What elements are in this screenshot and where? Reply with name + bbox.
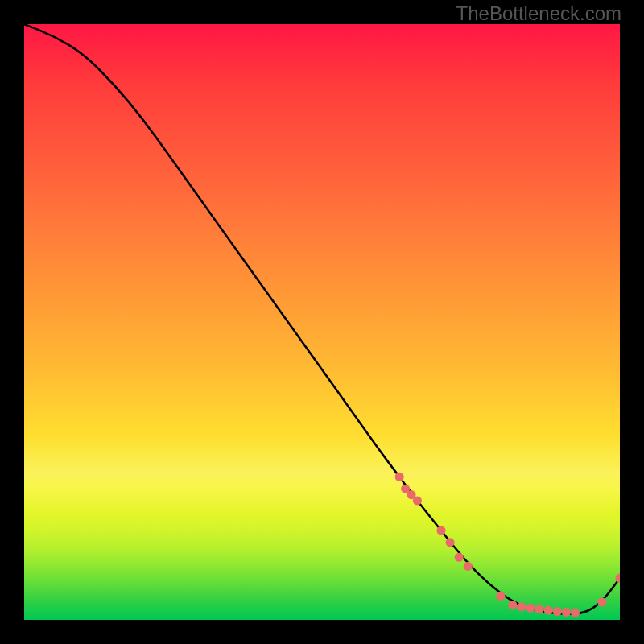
data-marker (562, 608, 571, 617)
data-marker (517, 602, 526, 611)
chart-frame: TheBottleneck.com (0, 0, 644, 644)
plot-area (24, 24, 620, 620)
data-marker (535, 605, 544, 613)
data-marker (597, 597, 606, 606)
data-marker (544, 606, 553, 615)
data-marker (413, 496, 422, 505)
marker-group (395, 473, 620, 617)
data-marker (464, 562, 473, 571)
watermark-text: TheBottleneck.com (456, 2, 621, 25)
data-marker (615, 574, 620, 583)
curve-layer (24, 24, 620, 620)
data-marker (571, 609, 580, 617)
data-marker (446, 538, 455, 547)
data-marker (436, 526, 445, 535)
data-marker (508, 601, 517, 609)
data-marker (455, 553, 464, 562)
data-marker (553, 607, 562, 616)
data-marker (526, 604, 535, 613)
curve-line (24, 24, 620, 614)
data-marker (496, 592, 505, 601)
data-marker (395, 473, 404, 481)
